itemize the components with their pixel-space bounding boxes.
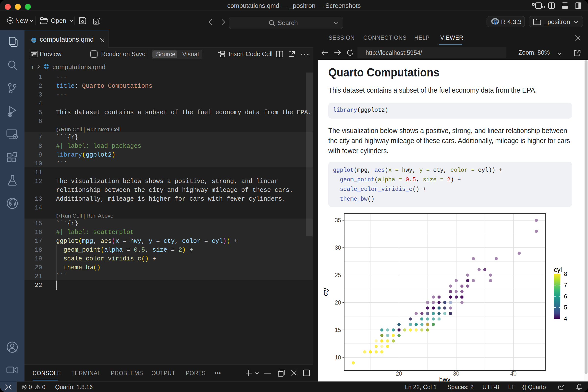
svg-text:25: 25 (335, 272, 341, 278)
svg-text:cyl: cyl (554, 266, 562, 274)
svg-text:30: 30 (453, 370, 460, 377)
svg-text:4: 4 (564, 316, 567, 322)
svg-text:R: R (494, 19, 498, 26)
svg-text:8: 8 (564, 271, 567, 277)
svg-text:35: 35 (335, 217, 341, 224)
svg-text:hwy: hwy (439, 376, 450, 382)
svg-text:15: 15 (335, 327, 341, 333)
svg-text:10: 10 (335, 354, 341, 361)
svg-text:cty: cty (324, 288, 329, 296)
svg-text:7: 7 (564, 282, 567, 288)
svg-text:5: 5 (564, 304, 567, 311)
svg-text:6: 6 (564, 293, 567, 300)
svg-text:30: 30 (335, 244, 341, 251)
svg-text:20: 20 (396, 370, 402, 377)
svg-text:40: 40 (510, 370, 517, 377)
svg-text:20: 20 (335, 300, 341, 306)
